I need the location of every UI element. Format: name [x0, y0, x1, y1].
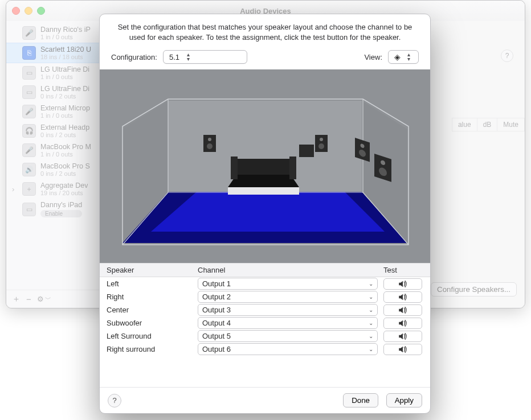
speaker-row: LeftOutput 1⌄	[107, 277, 426, 290]
channel-value: Output 3	[202, 306, 231, 314]
speaker-row: CenterOutput 3⌄	[107, 303, 426, 316]
channel-select[interactable]: Output 6⌄	[198, 343, 378, 355]
cube-icon: ◈	[394, 52, 401, 61]
test-speaker-button[interactable]	[383, 278, 422, 290]
svg-rect-14	[231, 157, 238, 179]
chevron-down-icon: ⌄	[369, 320, 373, 326]
channel-value: Output 2	[202, 293, 231, 301]
speaker-row: Left SurroundOutput 5⌄	[107, 330, 426, 343]
svg-rect-22	[299, 145, 314, 157]
svg-point-21	[318, 143, 324, 149]
speaker-name: Subwoofer	[107, 319, 198, 327]
chevron-down-icon: ⌄	[369, 307, 373, 313]
svg-marker-13	[228, 187, 299, 195]
test-speaker-button[interactable]	[383, 344, 422, 355]
svg-rect-15	[289, 157, 296, 179]
test-speaker-button[interactable]	[383, 331, 422, 342]
view-popup[interactable]: ◈	[388, 50, 419, 64]
col-channel: Channel	[198, 266, 383, 274]
channel-value: Output 4	[202, 319, 231, 327]
speaker-name: Right	[107, 293, 198, 301]
sheet-help-button[interactable]: ?	[108, 394, 121, 407]
test-speaker-button[interactable]	[383, 304, 422, 316]
sheet-footer: ? Done Apply	[100, 387, 430, 413]
configuration-popup[interactable]: 5.1	[163, 50, 247, 64]
channel-select[interactable]: Output 4⌄	[198, 317, 378, 329]
test-speaker-button[interactable]	[383, 291, 422, 303]
sheet-description: Set the configuration that best matches …	[100, 14, 430, 49]
speaker-row: RightOutput 2⌄	[107, 290, 426, 303]
svg-point-20	[320, 138, 323, 141]
room-preview	[100, 69, 430, 263]
chevron-down-icon: ⌄	[369, 281, 373, 287]
col-speaker: Speaker	[107, 266, 198, 274]
speaker-name: Left Surround	[107, 332, 198, 340]
speaker-name: Center	[107, 306, 198, 314]
col-test: Test	[383, 266, 426, 274]
configuration-value: 5.1	[169, 53, 179, 61]
chevron-down-icon: ⌄	[369, 333, 373, 339]
chevron-updown-icon	[405, 52, 413, 61]
svg-marker-11	[228, 175, 299, 187]
chevron-updown-icon	[184, 52, 192, 61]
view-label: View:	[364, 53, 382, 61]
chevron-down-icon: ⌄	[369, 294, 373, 300]
channel-value: Output 1	[202, 279, 231, 288]
chevron-down-icon: ⌄	[369, 346, 373, 352]
test-speaker-button[interactable]	[383, 318, 422, 329]
svg-marker-12	[236, 159, 291, 175]
apply-button[interactable]: Apply	[386, 393, 422, 407]
svg-point-17	[208, 138, 211, 141]
channel-value: Output 6	[202, 345, 231, 353]
speaker-table: Speaker Channel Test LeftOutput 1⌄RightO…	[100, 263, 430, 387]
channel-select[interactable]: Output 5⌄	[198, 330, 378, 342]
channel-select[interactable]: Output 1⌄	[198, 278, 378, 290]
channel-select[interactable]: Output 2⌄	[198, 291, 378, 303]
speaker-name: Right surround	[107, 345, 198, 353]
done-button[interactable]: Done	[343, 393, 378, 407]
speaker-row: Right surroundOutput 6⌄	[107, 343, 426, 356]
room-svg	[100, 69, 430, 263]
configuration-label: Configuration:	[111, 53, 157, 61]
channel-value: Output 5	[202, 332, 231, 340]
channel-select[interactable]: Output 3⌄	[198, 304, 378, 316]
configure-speakers-sheet: Set the configuration that best matches …	[99, 14, 431, 414]
speaker-name: Left	[107, 279, 198, 288]
svg-point-18	[207, 143, 213, 149]
speaker-row: SubwooferOutput 4⌄	[107, 316, 426, 330]
